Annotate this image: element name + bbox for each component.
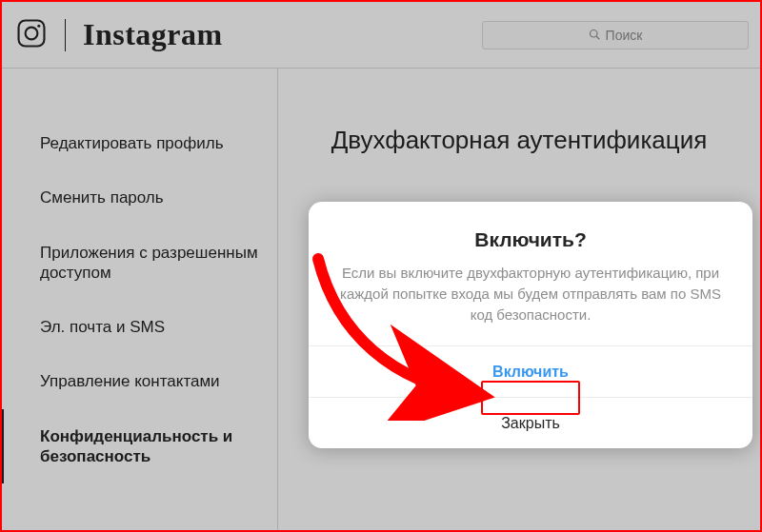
search-icon xyxy=(589,28,600,43)
app-frame: Instagram Поиск Редактировать профиль См… xyxy=(0,0,762,532)
button-label: Включить xyxy=(492,364,569,381)
modal-title: Включить? xyxy=(335,228,726,251)
sidebar-item-label: Конфиденциальность и безопасность xyxy=(40,427,232,465)
svg-rect-0 xyxy=(19,20,45,46)
sidebar-item-label: Эл. почта и SMS xyxy=(40,318,165,336)
svg-point-3 xyxy=(590,30,597,37)
modal-body: Включить? Если вы включите двухфакторную… xyxy=(309,202,752,345)
sidebar-item-email-sms[interactable]: Эл. почта и SMS xyxy=(2,300,277,354)
sidebar-item-edit-profile[interactable]: Редактировать профиль xyxy=(2,116,277,170)
svg-point-1 xyxy=(26,27,38,39)
two-factor-modal: Включить? Если вы включите двухфакторную… xyxy=(309,202,752,448)
modal-description: Если вы включите двухфакторную аутентифи… xyxy=(335,263,726,325)
search-placeholder: Поиск xyxy=(606,28,643,43)
sidebar-item-privacy-security[interactable]: Конфиденциальность и безопасность xyxy=(2,409,277,484)
page-title: Двухфакторная аутентификация xyxy=(278,126,760,155)
header: Instagram Поиск xyxy=(2,2,760,69)
sidebar-item-label: Редактировать профиль xyxy=(40,134,224,152)
search-input[interactable]: Поиск xyxy=(482,21,749,49)
instagram-glyph-icon xyxy=(15,17,48,53)
modal-actions: Включить Закрыть xyxy=(309,345,752,448)
enable-button[interactable]: Включить xyxy=(309,345,752,397)
close-button[interactable]: Закрыть xyxy=(309,397,752,448)
button-label: Закрыть xyxy=(501,415,560,432)
sidebar-item-change-password[interactable]: Сменить пароль xyxy=(2,170,277,225)
sidebar-item-label: Управление контактами xyxy=(40,372,220,390)
settings-sidebar: Редактировать профиль Сменить пароль При… xyxy=(2,69,278,530)
sidebar-item-manage-contacts[interactable]: Управление контактами xyxy=(2,354,277,408)
sidebar-item-label: Сменить пароль xyxy=(40,188,164,207)
logo-divider xyxy=(65,19,66,51)
sidebar-item-label: Приложения с разрешенным доступом xyxy=(40,244,258,282)
svg-line-4 xyxy=(596,36,599,39)
search-wrap: Поиск xyxy=(482,21,749,49)
instagram-wordmark: Instagram xyxy=(83,17,223,52)
sidebar-item-authorized-apps[interactable]: Приложения с разрешенным доступом xyxy=(2,226,277,301)
svg-point-2 xyxy=(37,24,40,27)
logo-group: Instagram xyxy=(15,17,223,53)
